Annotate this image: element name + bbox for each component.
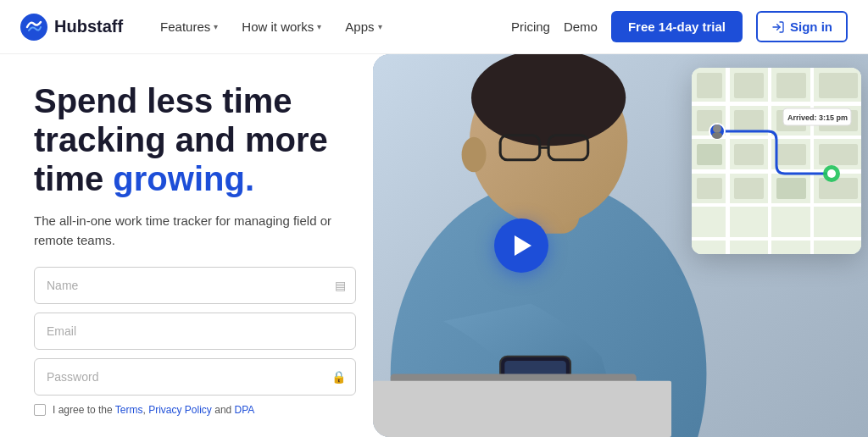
nav-links: Features ▾ How it works ▾ Apps ▾ bbox=[150, 13, 511, 41]
terms-checkbox[interactable] bbox=[34, 404, 46, 416]
privacy-link[interactable]: Privacy Policy bbox=[148, 404, 212, 416]
chevron-down-icon: ▾ bbox=[214, 22, 218, 31]
terms-text: I agree to the Terms, Privacy Policy and… bbox=[53, 404, 254, 416]
map-inner: Arrived: 3:15 pm bbox=[692, 68, 861, 254]
lock-icon: 🔒 bbox=[331, 370, 346, 384]
navbar: Hubstaff Features ▾ How it works ▾ Apps … bbox=[0, 0, 868, 54]
terms-prefix: I agree to the bbox=[53, 404, 115, 416]
svg-rect-34 bbox=[734, 144, 764, 165]
svg-rect-38 bbox=[734, 178, 764, 199]
svg-point-11 bbox=[462, 137, 487, 172]
svg-rect-35 bbox=[776, 144, 806, 165]
password-field-wrap: 🔒 bbox=[34, 358, 356, 396]
svg-rect-33 bbox=[697, 144, 722, 165]
svg-rect-21 bbox=[692, 237, 861, 241]
svg-point-45 bbox=[827, 169, 836, 178]
terms-link[interactable]: Terms bbox=[115, 404, 143, 416]
nav-features[interactable]: Features ▾ bbox=[150, 13, 228, 41]
svg-point-42 bbox=[713, 124, 721, 133]
hero-title: Spend less time tracking and more time g… bbox=[34, 81, 356, 198]
terms-sep2: and bbox=[212, 404, 235, 416]
nav-right: Pricing Demo Free 14-day trial Sign in bbox=[511, 11, 848, 42]
svg-rect-40 bbox=[819, 178, 858, 199]
free-trial-button[interactable]: Free 14-day trial bbox=[611, 11, 743, 42]
svg-rect-39 bbox=[776, 178, 806, 199]
nav-how-it-works-label: How it works bbox=[242, 19, 314, 34]
dpa-link[interactable]: DPA bbox=[235, 404, 255, 416]
chevron-down-icon: ▾ bbox=[378, 22, 382, 31]
nav-demo[interactable]: Demo bbox=[564, 19, 598, 34]
left-panel: Spend less time tracking and more time g… bbox=[0, 54, 390, 437]
hero-title-line1: Spend less time bbox=[34, 82, 292, 119]
nav-apps[interactable]: Apps ▾ bbox=[335, 13, 392, 41]
email-input[interactable] bbox=[34, 313, 356, 350]
nav-pricing[interactable]: Pricing bbox=[511, 19, 550, 34]
terms-row: I agree to the Terms, Privacy Policy and… bbox=[34, 404, 356, 416]
svg-rect-15 bbox=[373, 381, 671, 437]
email-field-wrap bbox=[34, 313, 356, 350]
play-button[interactable] bbox=[494, 218, 548, 273]
svg-rect-26 bbox=[734, 73, 764, 98]
hubstaff-logo-icon bbox=[20, 14, 47, 41]
hero-title-line3: time bbox=[34, 160, 113, 197]
svg-rect-24 bbox=[810, 68, 814, 254]
svg-rect-25 bbox=[697, 73, 722, 98]
signin-button[interactable]: Sign in bbox=[756, 11, 848, 42]
svg-rect-22 bbox=[726, 68, 730, 254]
hero-title-line2: tracking and more bbox=[34, 121, 328, 158]
svg-rect-28 bbox=[819, 73, 858, 98]
signup-form: ▤ 🔒 I agree to the Terms, Privacy Policy… bbox=[34, 267, 356, 416]
svg-point-43 bbox=[712, 132, 722, 139]
main-content: Spend less time tracking and more time g… bbox=[0, 54, 868, 437]
password-input[interactable] bbox=[34, 358, 356, 396]
signin-label: Sign in bbox=[790, 19, 832, 34]
map-svg: Arrived: 3:15 pm bbox=[692, 68, 861, 254]
svg-rect-30 bbox=[734, 110, 764, 131]
hero-subtitle: The all-in-one work time tracker for man… bbox=[34, 212, 356, 250]
svg-rect-36 bbox=[819, 144, 858, 165]
signin-icon bbox=[771, 20, 785, 34]
hero-image-panel: Arrived: 3:15 pm bbox=[373, 54, 868, 437]
svg-rect-27 bbox=[776, 73, 806, 98]
person-icon: ▤ bbox=[335, 279, 346, 292]
nav-features-label: Features bbox=[160, 19, 210, 34]
nav-apps-label: Apps bbox=[345, 19, 374, 34]
name-input[interactable] bbox=[34, 267, 356, 304]
brand-name: Hubstaff bbox=[54, 17, 123, 36]
name-field-wrap: ▤ bbox=[34, 267, 356, 304]
map-card: Arrived: 3:15 pm bbox=[692, 68, 861, 254]
nav-how-it-works[interactable]: How it works ▾ bbox=[231, 13, 331, 41]
play-icon bbox=[515, 235, 531, 256]
hero-title-highlight: growing. bbox=[113, 160, 254, 197]
svg-text:Arrived: 3:15 pm: Arrived: 3:15 pm bbox=[787, 113, 848, 122]
svg-rect-37 bbox=[697, 178, 722, 199]
svg-rect-20 bbox=[692, 203, 861, 207]
chevron-down-icon: ▾ bbox=[317, 22, 321, 31]
svg-rect-17 bbox=[692, 102, 861, 106]
svg-rect-23 bbox=[768, 68, 771, 254]
logo[interactable]: Hubstaff bbox=[20, 14, 123, 41]
